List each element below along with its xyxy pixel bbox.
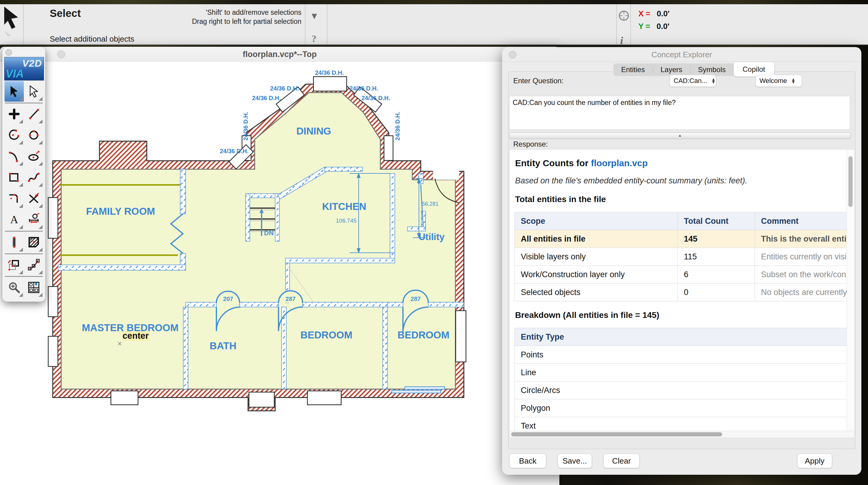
curve-tool[interactable] (4, 146, 24, 167)
floorplan-titlebar[interactable]: floorplan.vcp*--Top (0, 47, 559, 62)
fillet-tool[interactable] (4, 188, 24, 209)
text-tool[interactable]: A (4, 209, 24, 230)
center-mark: × (117, 339, 122, 348)
arc-tool[interactable] (4, 125, 24, 145)
svg-text:24/36 D.H.: 24/36 D.H. (270, 85, 299, 92)
back-button[interactable]: Back (509, 454, 546, 468)
palette-divider (5, 231, 43, 232)
vertical-scrollbar-thumb[interactable] (848, 156, 852, 207)
table-row: Points (515, 346, 855, 364)
coordinate-x: X = 0.0' (638, 9, 670, 19)
drawing-canvas[interactable]: 24/36 D.H. 24/36 D.H. 24/36 D.H. 24/36 D… (0, 62, 559, 485)
svg-text:24/36 D.H.: 24/36 D.H. (242, 112, 249, 141)
tab-symbols[interactable]: Symbols (690, 63, 734, 76)
table-row: Line (515, 364, 855, 381)
views-tool[interactable] (24, 277, 43, 298)
section1-title: Total entities in the file (515, 195, 855, 204)
distribute-tool[interactable] (24, 255, 43, 275)
svg-text:24/36 D.H.: 24/36 D.H. (361, 95, 390, 101)
dim-width-label: 56.281 (422, 201, 438, 207)
spline-tool[interactable] (24, 167, 43, 188)
tool-hint-1: 'Shift' to add/remove selections (121, 8, 301, 17)
save-button[interactable]: Save... (558, 454, 592, 468)
preset-question-dropdown[interactable]: CAD:Can... ▲▼ (670, 75, 716, 87)
toolbar-divider (630, 4, 631, 44)
concept-explorer-window: Concept Explorer Entities Layers Symbols… (502, 47, 861, 475)
tool-options-arrow-icon[interactable]: ▼ (310, 11, 319, 21)
preset-question-value: CAD:Can... (674, 77, 707, 85)
floorplan-title: floorplan.vcp*--Top (0, 50, 559, 59)
hatch-tool[interactable] (24, 232, 43, 253)
transform-tool[interactable] (4, 255, 24, 275)
door-arc-287a: 287 (285, 295, 296, 302)
question-input[interactable]: CAD:Can you count the number of entities… (509, 96, 850, 130)
col-total-count: Total Count (678, 212, 755, 230)
point-tool[interactable] (4, 104, 24, 124)
room-label-family: FAMILY ROOM (86, 206, 155, 217)
zoom-tool[interactable] (4, 277, 24, 298)
room-label-dining: DINING (296, 125, 331, 137)
apply-button[interactable]: Apply (797, 454, 832, 468)
x-value: 0.0' (657, 9, 670, 18)
response-heading: Entity Counts for floorplan.vcp (515, 158, 855, 168)
response-panel[interactable]: Entity Counts for floorplan.vcp Based on… (509, 149, 855, 438)
response-subtitle: Based on the file's embedded entity-coun… (515, 176, 855, 186)
x-label: X = (638, 9, 650, 18)
welcome-dropdown[interactable]: Welcome ▲▼ (755, 75, 802, 87)
rectangle-tool[interactable] (4, 167, 24, 188)
table-row: Polygon (515, 399, 855, 417)
trim-tool[interactable] (24, 188, 43, 209)
splitter-handle[interactable]: ▲ (509, 133, 850, 139)
select-tool-icon (2, 5, 22, 43)
clear-button[interactable]: Clear (603, 454, 640, 468)
door-arc-287b: 287 (410, 295, 421, 302)
col-entity-type: Entity Type (515, 328, 855, 346)
table-header-row: Entity Type (515, 328, 855, 346)
concept-explorer-title: Concept Explorer (502, 50, 861, 59)
tool-hints: 'Shift' to add/remove selections Drag ri… (121, 8, 301, 26)
entity-count-table: Scope Total Count Comment All entities i… (515, 212, 855, 301)
line-tool[interactable] (24, 104, 43, 124)
vertical-scrollbar[interactable] (846, 150, 855, 432)
info-icon[interactable]: i (620, 35, 623, 47)
table-header-row: Scope Total Count Comment (515, 212, 855, 230)
horizontal-scrollbar[interactable] (510, 431, 855, 438)
entity-type-table: Entity Type Points Line Circle/Arcs Poly… (515, 328, 855, 438)
chevron-updown-icon: ▲▼ (791, 78, 795, 84)
palette-divider (5, 103, 43, 104)
col-comment: Comment (755, 212, 855, 230)
response-content: Entity Counts for floorplan.vcp Based on… (515, 150, 855, 438)
room-label-bath: BATH (210, 340, 236, 351)
toolbar-divider (616, 4, 617, 44)
svg-text:A: A (10, 213, 18, 226)
table-row: Work/Construction layer only 6 Subset on… (515, 266, 855, 284)
top-toolbar: Select 'Shift' to add/remove selections … (0, 4, 868, 45)
svg-text:24/36 D.H.: 24/36 D.H. (220, 148, 249, 154)
palette-divider (5, 276, 43, 277)
floorplan-link[interactable]: floorplan.vcp (591, 158, 648, 168)
tab-copilot[interactable]: Copilot (734, 62, 774, 77)
dimension-tool[interactable] (24, 209, 43, 230)
stairs-dn-label: DN (264, 229, 274, 237)
toolbar-divider (23, 4, 24, 44)
response-label: Response: (513, 140, 548, 148)
concept-explorer-titlebar[interactable]: Concept Explorer (502, 47, 861, 62)
table-row: Visible layers only 115 Entities current… (515, 248, 855, 266)
coordinate-y: Y = 0.0' (638, 22, 670, 31)
help-icon[interactable]: ? (312, 33, 316, 44)
vertical-line-tool[interactable] (4, 232, 24, 253)
circle-tool[interactable] (24, 125, 43, 145)
table-row: All entities in file 145 This is the ove… (515, 230, 855, 248)
section2-title: Breakdown (All entities in file = 145) (515, 310, 855, 320)
crosshair-icon[interactable] (618, 10, 630, 23)
logo-line1: V2D (22, 58, 42, 69)
door-arc-207: 207 (223, 295, 233, 302)
horizontal-scrollbar-thumb[interactable] (511, 432, 722, 436)
toolbar-divider (305, 4, 305, 44)
palette-close-button[interactable] (5, 49, 12, 56)
direct-select-tool[interactable] (24, 81, 43, 102)
select-tool[interactable] (4, 81, 24, 102)
ellipse-tool[interactable] (24, 146, 43, 167)
tab-layers[interactable]: Layers (653, 63, 690, 76)
tab-entities[interactable]: Entities (613, 63, 653, 76)
